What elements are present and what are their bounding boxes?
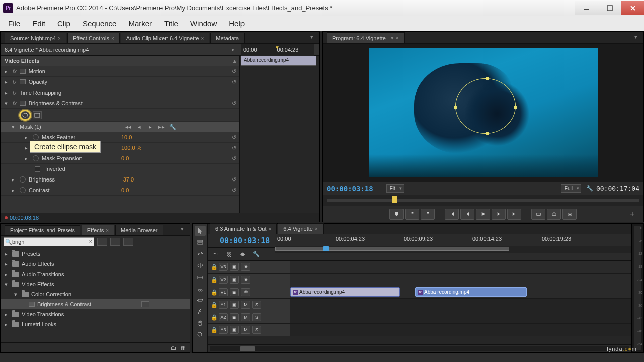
track-target-button[interactable]: A3: [219, 326, 228, 334]
timeline-scrollbar[interactable]: [208, 344, 631, 352]
reset-icon[interactable]: ↺: [232, 100, 236, 107]
play-icon[interactable]: ▸: [147, 123, 154, 130]
stopwatch-icon[interactable]: [20, 187, 26, 193]
solo-button[interactable]: S: [252, 301, 261, 309]
tab-audio-mixer[interactable]: Audio Clip Mixer: 6.4 Vignette×: [121, 33, 210, 43]
close-icon[interactable]: ×: [111, 36, 114, 41]
playhead-icon[interactable]: [392, 196, 397, 203]
program-timecode-in[interactable]: 00:00:03:18: [327, 185, 373, 193]
toggle-output-button[interactable]: ▣: [230, 326, 239, 334]
goto-in-button[interactable]: [445, 209, 459, 220]
collapse-icon[interactable]: ▸: [232, 46, 235, 53]
close-icon[interactable]: ×: [315, 226, 318, 232]
add-marker-button[interactable]: [389, 209, 404, 220]
tree-video-effects[interactable]: ▾Video Effects: [1, 279, 190, 289]
mask-handle[interactable]: [454, 106, 457, 109]
trash-icon[interactable]: 🗑: [180, 345, 186, 351]
reset-icon[interactable]: ↺: [232, 145, 236, 151]
clip-item[interactable]: fxAbba recording.mp4: [415, 287, 527, 297]
stopwatch-icon[interactable]: [33, 155, 39, 161]
tab-sequence-1[interactable]: 6.3 Animate In & Out×: [210, 223, 277, 234]
close-icon[interactable]: ×: [106, 228, 109, 233]
track-select-tool[interactable]: [195, 237, 206, 247]
close-icon[interactable]: ×: [201, 36, 204, 41]
lock-icon[interactable]: 🔒: [211, 277, 217, 283]
slip-tool[interactable]: [195, 295, 206, 305]
reset-icon[interactable]: ↺: [232, 176, 236, 183]
track-back-icon[interactable]: ◂◂: [125, 123, 132, 130]
filter-button-2[interactable]: [110, 238, 120, 246]
rate-stretch-tool[interactable]: [195, 272, 206, 282]
rolling-edit-tool[interactable]: [195, 260, 206, 270]
new-bin-icon[interactable]: 🗀: [171, 345, 176, 351]
toggle-sync-button[interactable]: 👁: [241, 263, 250, 271]
pen-tool[interactable]: [195, 307, 206, 317]
solo-button[interactable]: S: [252, 313, 261, 321]
step-fwd-button[interactable]: [492, 209, 506, 220]
toggle-output-button[interactable]: ▣: [230, 276, 239, 284]
mute-button[interactable]: M: [241, 326, 250, 334]
mask-handle[interactable]: [514, 106, 517, 109]
track-target-button[interactable]: V1: [219, 288, 228, 296]
stopwatch-icon[interactable]: [20, 176, 26, 183]
button-editor-button[interactable]: +: [625, 209, 639, 220]
solo-button[interactable]: S: [252, 326, 261, 334]
goto-out-button[interactable]: [507, 209, 521, 220]
tree-brightness-contrast[interactable]: Brightness & Contrast: [1, 299, 190, 309]
minimize-button[interactable]: [575, 1, 598, 15]
scroll-thumb[interactable]: [240, 346, 255, 351]
hand-tool[interactable]: [195, 318, 206, 328]
tab-effect-controls[interactable]: Effect Controls×: [67, 33, 120, 43]
panel-menu-icon[interactable]: ▾≡: [181, 226, 187, 232]
wrench-icon[interactable]: 🔧: [169, 123, 176, 130]
param-brightness[interactable]: ▸Brightness-37.0↺: [1, 174, 239, 185]
toggle-output-button[interactable]: ▣: [230, 313, 239, 321]
reset-icon[interactable]: ↺: [232, 68, 236, 75]
reset-icon[interactable]: ↺: [232, 79, 236, 85]
zoom-dropdown[interactable]: Fit: [386, 184, 404, 193]
mark-in-button[interactable]: [405, 209, 419, 220]
tab-project[interactable]: Project: Effects_and_Presets: [5, 225, 80, 235]
filter-button-1[interactable]: [97, 238, 107, 246]
playhead-icon[interactable]: ▼: [275, 45, 280, 50]
mask-item[interactable]: ▾Mask (1) ◂◂ ◂ ▸ ▸▸ 🔧: [1, 122, 239, 132]
tree-audio-transitions[interactable]: ▸Audio Transitions: [1, 269, 190, 279]
toggle-output-button[interactable]: ▣: [230, 263, 239, 271]
linked-selection-button[interactable]: ⛓: [223, 249, 235, 259]
effect-motion[interactable]: ▸fxMotion↺: [1, 66, 239, 77]
panel-menu-icon[interactable]: ▾≡: [634, 34, 640, 40]
filter-button-3[interactable]: [123, 238, 133, 246]
panel-menu-icon[interactable]: ▾≡: [310, 34, 316, 40]
menu-help[interactable]: Help: [224, 17, 250, 30]
param-contrast[interactable]: ▸Contrast0.0↺: [1, 185, 239, 196]
program-viewport[interactable]: [323, 44, 643, 182]
menu-sequence[interactable]: Sequence: [77, 17, 122, 30]
work-area-bar[interactable]: [275, 246, 641, 253]
menu-edit[interactable]: Edit: [27, 17, 50, 30]
menu-title[interactable]: Title: [159, 17, 183, 30]
effect-toggle-icon[interactable]: [20, 79, 26, 84]
mask-handle[interactable]: [486, 77, 489, 80]
close-icon[interactable]: ×: [58, 36, 61, 41]
timeline-playhead[interactable]: [326, 234, 326, 344]
step-back-icon[interactable]: ◂: [136, 123, 143, 130]
ripple-edit-tool[interactable]: [195, 249, 206, 259]
toggle-sync-button[interactable]: 👁: [241, 288, 250, 296]
reset-icon[interactable]: ↺: [232, 155, 236, 162]
param-mask-expansion[interactable]: ▸Mask Expansion0.0↺: [1, 153, 239, 164]
lock-icon[interactable]: 🔒: [211, 264, 217, 270]
track-fwd-icon[interactable]: ▸▸: [158, 123, 165, 130]
close-button[interactable]: [621, 1, 644, 15]
effect-toggle-icon[interactable]: [20, 101, 26, 106]
checkbox[interactable]: [35, 166, 40, 172]
mask-handle[interactable]: [486, 132, 489, 135]
reset-icon[interactable]: ↺: [232, 187, 236, 194]
timeline-ruler[interactable]: 00:00 00:00:04:23 00:00:09:23 00:00:14:2…: [275, 234, 641, 246]
lock-icon[interactable]: 🔒: [211, 327, 217, 333]
timeline-timecode[interactable]: 00:00:03:18: [220, 236, 270, 245]
effect-toggle-icon[interactable]: [20, 69, 26, 74]
lock-icon[interactable]: 🔒: [211, 289, 217, 296]
collapse-icon[interactable]: ▴: [233, 58, 236, 64]
effects-keyframe-area[interactable]: Abba recording.mp4: [239, 56, 319, 213]
toggle-output-button[interactable]: ▣: [230, 288, 239, 296]
